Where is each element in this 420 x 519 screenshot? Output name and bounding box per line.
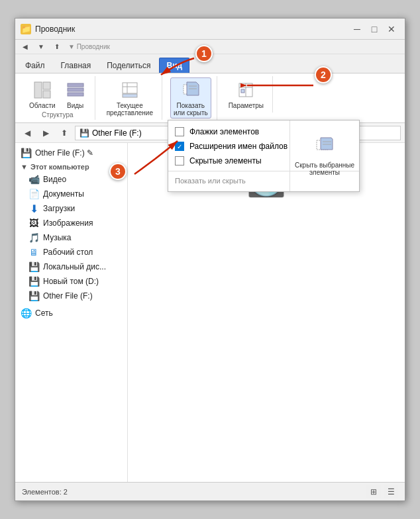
statusbar: Элементов: 2 ⊞ ☰	[15, 482, 405, 500]
svg-rect-3	[68, 83, 83, 87]
new-volume-label: Новый том (D:)	[43, 277, 99, 286]
other-file-label: Other File (F:)	[43, 291, 93, 301]
local-disk-icon: 💾	[28, 261, 39, 272]
close-button[interactable]: ✕	[384, 22, 399, 36]
tab-share[interactable]: Поделиться	[99, 58, 158, 73]
annotation-2-label: 2	[321, 70, 326, 80]
sidebar-item-new-volume[interactable]: 💾 Новый том (D:)	[15, 274, 127, 289]
hidden-label: Скрытые элементы	[189, 156, 262, 165]
explorer-window: 📁 Проводник ─ □ ✕ ◀ ▼ ⬆ ▼ Проводник Файл…	[15, 18, 405, 501]
qa-up-button[interactable]: ⬆	[50, 40, 64, 54]
extensions-label: Расширения имен файлов	[189, 142, 288, 151]
current-view-button[interactable]: Текущеепредставление	[103, 77, 156, 118]
detail-view-button[interactable]: ☰	[384, 485, 398, 498]
show-hide-button[interactable]: Показатьили скрыть	[170, 77, 211, 118]
params-button[interactable]: Параметры	[225, 77, 267, 111]
titlebar-title: Проводник	[35, 24, 75, 34]
sidebar-item-other-file-top[interactable]: 💾 Other File (F:) ✎	[15, 146, 127, 160]
items-count: Элементов: 2	[22, 488, 68, 496]
hide-selected-button[interactable]: Скрыть выбранные элементы	[289, 120, 359, 191]
downloads-label: Загрузки	[43, 204, 75, 213]
list-view-button[interactable]: ⊞	[366, 485, 381, 498]
computer-section-label: Этот компьютер	[30, 163, 89, 171]
network-icon: 🌐	[21, 308, 31, 318]
images-icon: 🖼	[28, 218, 39, 228]
content-area: 💽	[128, 143, 405, 482]
main-content: 💾 Other File (F:) ✎ ▼ Этот компьютер 📹 В…	[15, 143, 405, 482]
annotation-3: 3	[109, 163, 127, 180]
show-hide-label: Показатьили скрыть	[174, 102, 208, 117]
desktop-icon: 🖥	[28, 247, 39, 258]
titlebar-icon: 📁	[21, 24, 31, 34]
up-button[interactable]: ⬆	[56, 125, 72, 141]
ribbon-group-current-view: Текущеепредставление	[98, 76, 162, 120]
sidebar-item-network[interactable]: 🌐 Сеть	[15, 306, 127, 320]
hidden-checkbox[interactable]	[175, 156, 184, 165]
qa-back-button[interactable]: ◀	[18, 40, 32, 54]
views-button[interactable]: Виды	[62, 77, 89, 111]
extensions-checkbox[interactable]: ✓	[175, 142, 184, 151]
path-text: Other File (F:)	[92, 128, 142, 138]
current-view-icon	[119, 79, 140, 101]
desktop-label: Рабочий стол	[43, 248, 93, 257]
back-button[interactable]: ◀	[19, 125, 35, 141]
video-label: Видео	[43, 175, 66, 184]
svg-rect-16	[241, 89, 244, 93]
svg-rect-1	[43, 82, 50, 89]
ribbon-group-params: Параметры	[220, 76, 273, 113]
svg-rect-2	[43, 91, 50, 98]
structure-group-label: Структура	[42, 111, 73, 118]
downloads-icon: ⬇	[28, 203, 39, 214]
new-volume-icon: 💾	[28, 276, 39, 287]
svg-rect-9	[123, 94, 137, 97]
sidebar-item-other-file[interactable]: 💾 Other File (F:)	[15, 289, 127, 303]
areas-button[interactable]: Области	[26, 77, 59, 111]
tab-home[interactable]: Главная	[54, 58, 99, 73]
svg-rect-0	[34, 82, 42, 98]
minimize-button[interactable]: ─	[349, 22, 365, 36]
tab-view[interactable]: Вид	[159, 58, 189, 73]
video-icon: 📹	[28, 174, 39, 185]
views-icon	[65, 79, 86, 101]
flags-checkbox[interactable]	[175, 127, 184, 136]
views-label: Виды	[67, 102, 83, 109]
areas-icon	[32, 79, 53, 101]
current-view-label: Текущеепредставление	[107, 102, 153, 117]
sidebar-item-documents[interactable]: 📄 Документы	[15, 187, 127, 201]
sidebar: 💾 Other File (F:) ✎ ▼ Этот компьютер 📹 В…	[15, 143, 128, 482]
drive-icon-top: 💾	[21, 148, 31, 158]
show-hide-icon	[180, 79, 201, 101]
sidebar-item-downloads[interactable]: ⬇ Загрузки	[15, 201, 127, 216]
flags-label: Флажки элементов	[189, 127, 259, 136]
ribbon-group-show-hide: Показатьили скрыть	[165, 76, 217, 120]
local-disk-label: Локальный дис...	[43, 262, 106, 271]
images-label: Изображения	[43, 218, 93, 228]
hide-selected-label: Скрыть выбранные элементы	[294, 162, 355, 176]
show-hide-dropdown: Флажки элементов ✓ Расширения имен файло…	[168, 120, 360, 192]
annotation-3-label: 3	[115, 166, 121, 177]
tab-file[interactable]: Файл	[18, 58, 52, 73]
sidebar-item-local-disk[interactable]: 💾 Локальный дис...	[15, 260, 127, 274]
annotation-2: 2	[315, 66, 332, 83]
annotation-1: 1	[195, 45, 213, 62]
svg-rect-5	[68, 93, 83, 96]
ribbon-content: Области Виды Структура	[15, 73, 405, 122]
documents-label: Документы	[43, 189, 84, 199]
forward-button[interactable]: ▶	[38, 125, 54, 141]
ribbon: Файл Главная Поделиться Вид	[15, 54, 405, 123]
params-icon	[235, 79, 256, 101]
qa-forward-button[interactable]: ▼	[34, 40, 48, 54]
statusbar-view-controls: ⊞ ☰	[366, 485, 398, 498]
titlebar-controls: ─ □ ✕	[349, 22, 399, 36]
titlebar: 📁 Проводник ─ □ ✕	[15, 19, 405, 40]
network-label: Сеть	[35, 308, 53, 318]
sidebar-item-images[interactable]: 🖼 Изображения	[15, 216, 127, 230]
other-file-top-label: Other File (F:) ✎	[35, 148, 93, 158]
areas-label: Области	[29, 102, 56, 109]
sidebar-item-music[interactable]: 🎵 Музыка	[15, 230, 127, 245]
annotation-1-label: 1	[201, 48, 207, 59]
svg-rect-4	[68, 88, 83, 91]
sidebar-item-desktop[interactable]: 🖥 Рабочий стол	[15, 245, 127, 260]
svg-rect-6	[123, 83, 137, 93]
maximize-button[interactable]: □	[366, 22, 382, 36]
